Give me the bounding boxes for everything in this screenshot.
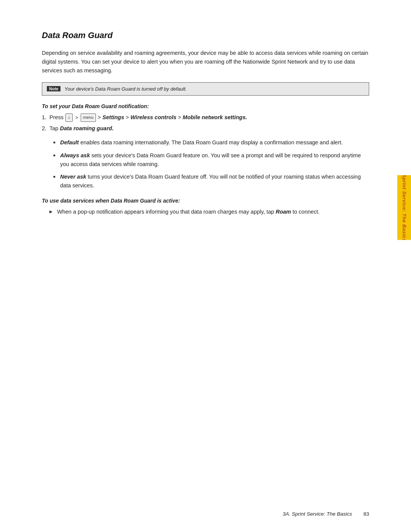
intro-paragraph: Depending on service availability and ro… xyxy=(42,49,369,75)
step-1-suffix: > Settings > Wireless controls > Mobile … xyxy=(98,114,247,120)
bullet-1-term: Default xyxy=(60,139,79,145)
arrow-bullet-list: When a pop-up notification appears infor… xyxy=(42,208,369,216)
page-footer: 3A. Sprint Service: The Basics 83 xyxy=(0,511,411,517)
side-tab-text: Sprint Service: The Basics xyxy=(401,175,407,240)
section1-heading: To set your Data Roam Guard notification… xyxy=(42,103,369,109)
bullet-2-text: sets your device's Data Roam Guard featu… xyxy=(60,152,361,167)
bullet-3: Never ask turns your device's Data Roam … xyxy=(53,173,369,190)
step-2: 2. Tap Data roaming guard. xyxy=(42,124,369,133)
side-tab: Sprint Service: The Basics xyxy=(397,175,411,240)
step-1-press: Press xyxy=(49,114,65,120)
arrow-1: > xyxy=(75,115,80,120)
step-2-text: Tap Data roaming guard. xyxy=(49,125,113,131)
page-title: Data Roam Guard xyxy=(42,30,369,40)
bullet-3-term: Never ask xyxy=(60,174,86,180)
home-key-icon: ⌂ xyxy=(65,113,73,122)
note-text: Your device's Data Roam Guard is turned … xyxy=(64,85,186,93)
bullet-list: Default enables data roaming internation… xyxy=(42,138,369,190)
step-1: 1. Press ⌂ > menu > Settings > Wireless … xyxy=(42,113,369,122)
arrow-bullet-1: When a pop-up notification appears infor… xyxy=(49,208,369,216)
arrow-bullet-1-text: When a pop-up notification appears infor… xyxy=(57,209,320,215)
footer-section-text: 3A. Sprint Service: The Basics xyxy=(283,511,352,517)
bullet-1: Default enables data roaming internation… xyxy=(53,138,369,147)
page-content: Data Roam Guard Depending on service ava… xyxy=(0,0,411,252)
bullet-2-term: Always ask xyxy=(60,152,90,158)
bullet-1-text: enables data roaming internationally. Th… xyxy=(79,139,342,145)
steps-list: 1. Press ⌂ > menu > Settings > Wireless … xyxy=(42,113,369,133)
footer-page-number: 83 xyxy=(363,511,369,517)
section2-heading: To use data services when Data Roam Guar… xyxy=(42,198,369,204)
menu-key-icon: menu xyxy=(81,113,96,122)
bullet-2: Always ask sets your device's Data Roam … xyxy=(53,151,369,169)
note-box: Note Your device's Data Roam Guard is tu… xyxy=(42,82,369,96)
step-2-num: 2. xyxy=(42,124,46,133)
step-1-num: 1. xyxy=(42,113,46,122)
note-label: Note xyxy=(47,86,61,91)
bullet-3-text: turns your device's Data Roam Guard feat… xyxy=(60,174,361,189)
